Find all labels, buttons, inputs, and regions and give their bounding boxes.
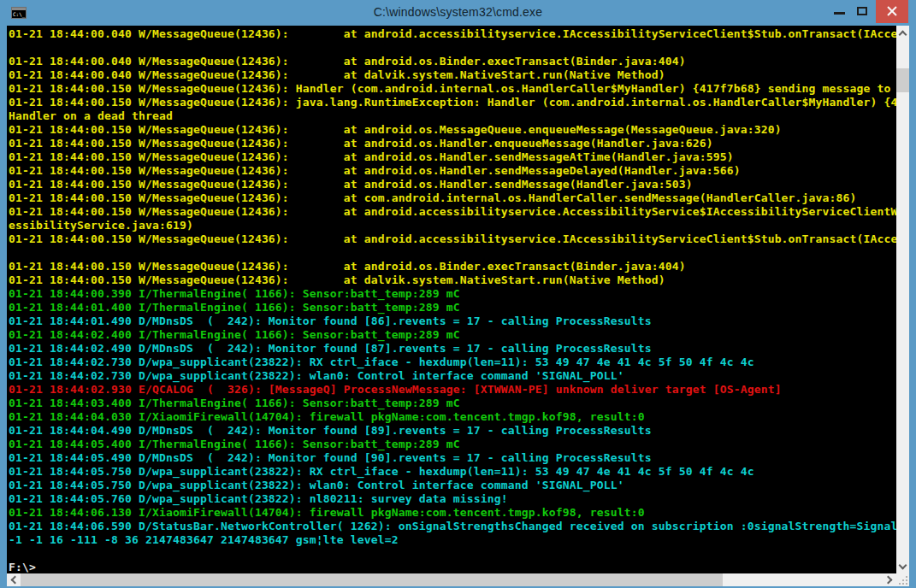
- log-line: 01-21 18:44:00.040 W/MessageQueue(12436)…: [9, 68, 896, 82]
- log-line: 01-21 18:44:02.930 E/QCALOG ( 326): [Mes…: [9, 383, 896, 397]
- chevron-left-icon: [11, 576, 20, 585]
- title-bar[interactable]: C:\_ C:\windows\system32\cmd.exe: [0, 0, 916, 26]
- scroll-up-button[interactable]: [896, 26, 909, 39]
- scroll-right-button[interactable]: [883, 573, 896, 586]
- log-line: 01-21 18:44:00.150 W/MessageQueue(12436)…: [9, 260, 896, 273]
- log-line: essibilityService.java:619): [9, 219, 896, 232]
- vertical-scrollbar-thumb[interactable]: [896, 68, 909, 92]
- log-line: 01-21 18:44:02.730 D/wpa_supplicant(2382…: [9, 369, 896, 383]
- log-line: 01-21 18:44:02.730 D/wpa_supplicant(2382…: [9, 356, 896, 369]
- log-line: 01-21 18:44:05.490 D/MDnsDS ( 242): Moni…: [9, 451, 896, 465]
- blank-line: [9, 246, 896, 260]
- log-line: 01-21 18:44:00.150 W/MessageQueue(12436)…: [9, 137, 896, 150]
- log-line: 01-21 18:44:05.760 D/wpa_supplicant(2382…: [9, 492, 896, 506]
- log-line: 01-21 18:44:00.150 W/MessageQueue(12436)…: [9, 178, 896, 191]
- minimize-button[interactable]: [834, 12, 845, 15]
- prompt-line: F:\>: [9, 561, 896, 573]
- blank-line: [9, 547, 896, 561]
- log-line: 01-21 18:44:05.750 D/wpa_supplicant(2382…: [9, 479, 896, 492]
- log-line: 01-21 18:44:00.150 W/MessageQueue(12436)…: [9, 191, 896, 205]
- log-line: 01-21 18:44:06.130 I/XiaomiFirewall(1470…: [9, 506, 896, 520]
- log-line: 01-21 18:44:02.490 D/MDnsDS ( 242): Moni…: [9, 342, 896, 356]
- scrollbar-corner: [896, 573, 909, 586]
- log-line: 01-21 18:44:05.750 D/wpa_supplicant(2382…: [9, 465, 896, 479]
- scroll-down-button[interactable]: [896, 560, 909, 573]
- scroll-left-button[interactable]: [7, 573, 21, 586]
- horizontal-scrollbar[interactable]: [7, 573, 896, 586]
- log-line: 01-21 18:44:02.400 I/ThermalEngine( 1166…: [9, 328, 896, 342]
- log-line: 01-21 18:44:04.490 D/MDnsDS ( 242): Moni…: [9, 424, 896, 438]
- maximize-button[interactable]: [857, 7, 867, 15]
- horizontal-scrollbar-thumb[interactable]: [21, 573, 723, 586]
- log-line: 01-21 18:44:00.040 W/MessageQueue(12436)…: [9, 55, 896, 68]
- close-button[interactable]: [876, 0, 908, 23]
- log-line: 01-21 18:44:00.040 W/MessageQueue(12436)…: [9, 27, 896, 41]
- log-line: 01-21 18:44:00.390 I/ThermalEngine( 1166…: [9, 287, 896, 301]
- log-line: 01-21 18:44:00.150 W/MessageQueue(12436)…: [9, 96, 896, 109]
- log-line: 01-21 18:44:00.150 W/MessageQueue(12436)…: [9, 164, 896, 178]
- window-title: C:\windows\system32\cmd.exe: [0, 5, 916, 19]
- log-line: -1 -1 16 -111 -8 36 2147483647 214748364…: [9, 533, 896, 547]
- chevron-right-icon: [884, 576, 893, 585]
- log-line: 01-21 18:44:00.150 W/MessageQueue(12436)…: [9, 150, 896, 164]
- log-line: Handler on a dead thread: [9, 109, 896, 123]
- log-line: 01-21 18:44:00.150 W/MessageQueue(12436)…: [9, 205, 896, 219]
- log-line: 01-21 18:44:01.400 I/ThermalEngine( 1166…: [9, 301, 896, 315]
- log-line: 01-21 18:44:00.150 W/MessageQueue(12436)…: [9, 82, 896, 96]
- vertical-scrollbar[interactable]: [896, 26, 909, 573]
- log-line: 01-21 18:44:00.150 W/MessageQueue(12436)…: [9, 123, 896, 137]
- log-line: 01-21 18:44:00.150 W/MessageQueue(12436)…: [9, 273, 896, 287]
- log-line: 01-21 18:44:01.490 D/MDnsDS ( 242): Moni…: [9, 315, 896, 328]
- chevron-up-icon: [899, 31, 907, 39]
- log-line: 01-21 18:44:04.030 I/XiaomiFirewall(1470…: [9, 410, 896, 424]
- log-line: 01-21 18:44:05.400 I/ThermalEngine( 1166…: [9, 438, 896, 451]
- chevron-down-icon: [899, 562, 907, 570]
- log-line: 01-21 18:44:03.400 I/ThermalEngine( 1166…: [9, 397, 896, 410]
- console-output[interactable]: 01-21 18:44:00.040 W/MessageQueue(12436)…: [7, 26, 896, 573]
- log-line: 01-21 18:44:00.150 W/MessageQueue(12436)…: [9, 232, 896, 246]
- blank-line: [9, 41, 896, 55]
- cmd-window: C:\_ C:\windows\system32\cmd.exe 01-21 1…: [0, 0, 916, 588]
- resize-grip-icon[interactable]: [906, 583, 907, 585]
- log-line: 01-21 18:44:06.590 D/StatusBar.NetworkCo…: [9, 520, 896, 533]
